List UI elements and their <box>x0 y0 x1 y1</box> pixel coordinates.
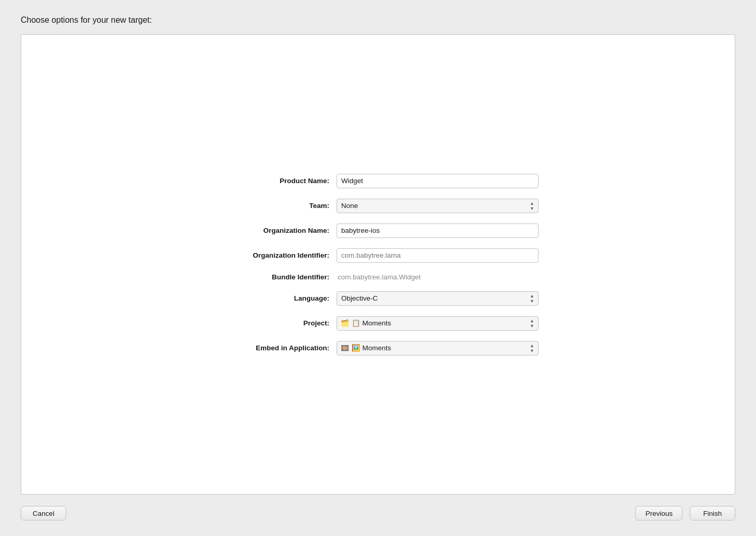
embed-select[interactable]: 🖼️ Moments <box>337 341 539 355</box>
language-row: Language: Objective-C Swift ▲ ▼ <box>217 291 539 306</box>
org-name-label: Organization Name: <box>217 227 337 234</box>
bottom-left: Cancel <box>21 506 66 520</box>
language-select[interactable]: Objective-C Swift <box>337 291 539 306</box>
project-row: Project: 📋 Moments 🗂️ ▲ ▼ <box>217 316 539 331</box>
bottom-right: Previous Finish <box>635 506 735 520</box>
cancel-button[interactable]: Cancel <box>21 506 66 520</box>
team-select[interactable]: None <box>337 199 539 213</box>
project-label: Project: <box>217 319 337 327</box>
bundle-id-value: com.babytree.lama.Widget <box>337 273 539 281</box>
finish-button[interactable]: Finish <box>690 506 735 520</box>
bundle-id-row: Bundle Identifier: com.babytree.lama.Wid… <box>217 273 539 281</box>
org-name-row: Organization Name: <box>217 224 539 238</box>
project-select[interactable]: 📋 Moments <box>337 316 539 331</box>
language-label: Language: <box>217 294 337 302</box>
org-name-input[interactable] <box>337 224 539 238</box>
page-title: Choose options for your new target: <box>21 16 735 25</box>
team-row: Team: None ▲ ▼ <box>217 199 539 213</box>
team-label: Team: <box>217 202 337 210</box>
bottom-bar: Cancel Previous Finish <box>21 506 735 520</box>
org-id-row: Organization Identifier: <box>217 248 539 263</box>
product-name-label: Product Name: <box>217 177 337 185</box>
product-name-row: Product Name: <box>217 174 539 188</box>
team-select-wrapper: None ▲ ▼ <box>337 199 539 213</box>
project-select-wrapper: 📋 Moments 🗂️ ▲ ▼ <box>337 316 539 331</box>
embed-row: Embed in Application: 🖼️ Moments 🎞️ ▲ ▼ <box>217 341 539 355</box>
bundle-id-label: Bundle Identifier: <box>217 273 337 281</box>
embed-label: Embed in Application: <box>217 344 337 352</box>
language-select-wrapper: Objective-C Swift ▲ ▼ <box>337 291 539 306</box>
previous-button[interactable]: Previous <box>635 506 682 520</box>
product-name-input[interactable] <box>337 174 539 188</box>
form-container: Product Name: Team: None ▲ ▼ Organizatio… <box>217 174 539 355</box>
org-id-label: Organization Identifier: <box>217 251 337 259</box>
embed-select-wrapper: 🖼️ Moments 🎞️ ▲ ▼ <box>337 341 539 355</box>
main-panel: Product Name: Team: None ▲ ▼ Organizatio… <box>21 34 735 495</box>
org-id-input[interactable] <box>337 248 539 263</box>
